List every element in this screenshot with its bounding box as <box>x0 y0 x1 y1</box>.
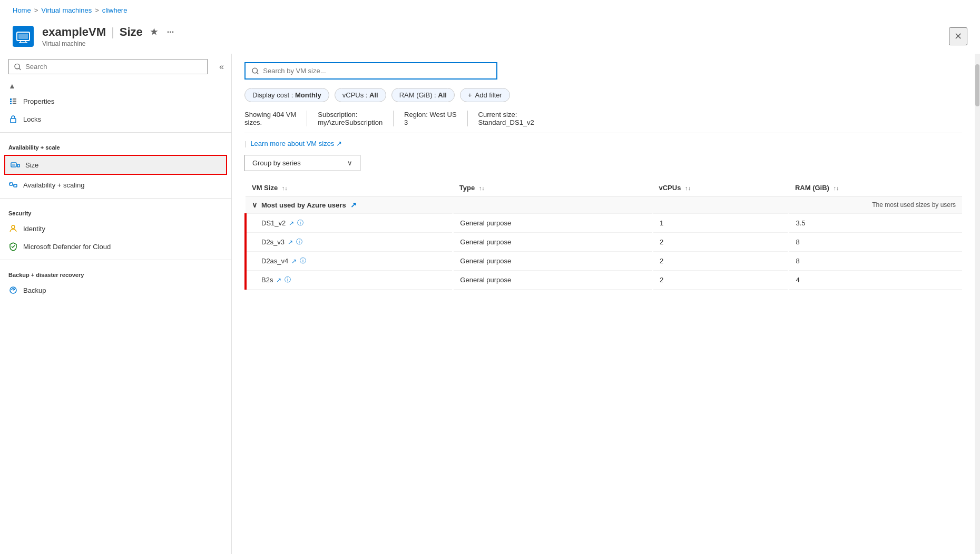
vm-search-box[interactable] <box>244 62 497 80</box>
sidebar-item-backup[interactable]: Backup <box>0 281 231 299</box>
group-label: Most used by Azure users <box>261 201 346 209</box>
svg-rect-13 <box>11 118 16 123</box>
svg-rect-1 <box>18 34 28 39</box>
breadcrumb-resource[interactable]: cliwhere <box>102 6 128 14</box>
display-cost-filter[interactable]: Display cost : Monthly <box>244 88 329 102</box>
vcpus-label: vCPUs : <box>342 91 369 99</box>
table-group-most-used: ∨ Most used by Azure users ↗ The most us… <box>246 196 962 214</box>
display-cost-value: Monthly <box>295 91 321 99</box>
favorite-icon[interactable]: ★ <box>148 25 160 39</box>
group-by-label: Group by series <box>252 159 301 167</box>
col-vm-size[interactable]: VM Size ↑↓ <box>246 180 453 196</box>
group-expand-icon[interactable]: ∨ <box>252 201 257 209</box>
section-security: Security <box>0 203 231 220</box>
subscription-segment: Subscription:myAzureSubscription <box>307 111 394 126</box>
svg-rect-7 <box>10 98 12 100</box>
table-header-row: VM Size ↑↓ Type ↑↓ vCPUs ↑↓ RAM (GiB) ↑↓ <box>246 180 962 196</box>
add-filter-icon: + <box>468 91 472 99</box>
add-filter-button[interactable]: + Add filter <box>460 88 510 102</box>
availability-scaling-icon <box>8 180 18 190</box>
sidebar-item-locks[interactable]: Locks <box>0 110 231 128</box>
svg-line-6 <box>19 68 21 70</box>
locks-icon <box>8 114 18 124</box>
sidebar-collapse-button[interactable]: « <box>216 59 227 75</box>
table-row[interactable]: D2s_v3 ↗ ⓘ General purpose 2 8 <box>246 233 962 252</box>
ram-sort-icon[interactable]: ↑↓ <box>834 185 839 191</box>
svg-rect-16 <box>17 164 19 167</box>
vm-b2s-name: B2s <box>261 276 273 284</box>
sidebar-item-properties[interactable]: Properties <box>0 92 231 110</box>
group-trending-icon: ↗ <box>350 201 357 209</box>
b2s-ram: 4 <box>789 271 962 290</box>
region-segment: Region: West US3 <box>394 111 467 126</box>
d2sv3-info-icon[interactable]: ⓘ <box>296 238 302 246</box>
vcpus-filter[interactable]: vCPUs : All <box>335 88 386 102</box>
d2sv3-trending-icon: ↗ <box>288 239 293 246</box>
breadcrumb-vm[interactable]: Virtual machines <box>41 6 92 14</box>
size-icon <box>11 160 20 170</box>
sidebar-item-identity[interactable]: Identity <box>0 220 231 238</box>
b2s-vcpus: 2 <box>653 271 789 290</box>
header-title-group: exampleVM | Size ★ ··· Virtual machine <box>42 25 176 47</box>
b2s-info-icon[interactable]: ⓘ <box>285 275 291 284</box>
table-row[interactable]: DS1_v2 ↗ ⓘ General purpose 1 3.5 <box>246 214 962 233</box>
section-availability-scale: Availability + scale <box>0 137 231 154</box>
col-vcpus[interactable]: vCPUs ↑↓ <box>653 180 789 196</box>
svg-rect-9 <box>10 103 12 104</box>
properties-icon <box>8 96 18 106</box>
more-options-icon[interactable]: ··· <box>165 25 176 39</box>
svg-rect-12 <box>13 103 16 104</box>
dropdown-arrow-icon: ∨ <box>347 159 352 167</box>
info-bar: Showing 404 VMsizes. Subscription:myAzur… <box>244 111 962 133</box>
learn-more-link[interactable]: Learn more about VM sizes ↗ <box>250 140 342 147</box>
sidebar-item-size[interactable]: Size <box>4 155 227 175</box>
vm-search-input[interactable] <box>263 67 490 75</box>
content-scrollbar[interactable] <box>975 54 980 554</box>
table-row[interactable]: D2as_v4 ↗ ⓘ General purpose 2 8 <box>246 252 962 271</box>
vcpus-sort-icon[interactable]: ↑↓ <box>685 185 691 191</box>
breadcrumb-sep1: > <box>34 6 38 14</box>
close-button[interactable]: ✕ <box>949 27 967 45</box>
filter-row: Display cost : Monthly vCPUs : All RAM (… <box>244 88 962 102</box>
vm-size-sort-icon[interactable]: ↑↓ <box>282 185 288 191</box>
display-cost-label: Display cost : <box>252 91 295 99</box>
backup-label: Backup <box>23 286 46 294</box>
sidebar-item-availability-scaling[interactable]: Availability + scaling <box>0 176 231 194</box>
properties-label: Properties <box>23 97 54 105</box>
size-label: Size <box>25 161 38 169</box>
defender-icon <box>8 242 18 251</box>
svg-line-25 <box>257 72 259 74</box>
d2asv4-vcpus: 2 <box>653 252 789 271</box>
d2asv4-info-icon[interactable]: ⓘ <box>300 256 306 265</box>
identity-icon <box>8 224 18 233</box>
ram-filter[interactable]: RAM (GiB) : All <box>391 88 455 102</box>
locks-label: Locks <box>23 115 41 123</box>
col-type[interactable]: Type ↑↓ <box>453 180 653 196</box>
col-ram[interactable]: RAM (GiB) ↑↓ <box>789 180 962 196</box>
learn-more-external-icon: ↗ <box>336 140 342 147</box>
add-filter-label: Add filter <box>475 91 502 99</box>
scroll-up-icon[interactable]: ▲ <box>8 82 16 90</box>
identity-label: Identity <box>23 225 45 233</box>
ds1v2-info-icon[interactable]: ⓘ <box>297 219 303 227</box>
ds1v2-ram: 3.5 <box>789 214 962 233</box>
breadcrumb-home[interactable]: Home <box>13 6 31 14</box>
group-by-dropdown[interactable]: Group by series ∨ <box>244 155 360 171</box>
d2sv3-type: General purpose <box>453 233 653 252</box>
content-scrollbar-thumb[interactable] <box>975 64 979 106</box>
type-sort-icon[interactable]: ↑↓ <box>479 185 485 191</box>
d2sv3-ram: 8 <box>789 233 962 252</box>
vm-d2sv3-name: D2s_v3 <box>261 238 285 246</box>
b2s-trending-icon: ↗ <box>276 276 281 284</box>
table-row[interactable]: B2s ↗ ⓘ General purpose 2 4 <box>246 271 962 290</box>
d2asv4-trending-icon: ↗ <box>291 258 297 265</box>
d2sv3-vcpus: 2 <box>653 233 789 252</box>
content-panel: Display cost : Monthly vCPUs : All RAM (… <box>232 54 975 554</box>
vm-size-table: VM Size ↑↓ Type ↑↓ vCPUs ↑↓ RAM (GiB) ↑↓ <box>244 180 962 290</box>
vm-name: exampleVM <box>42 25 106 39</box>
sidebar-search-box[interactable] <box>8 59 208 74</box>
ram-value: All <box>438 91 447 99</box>
vm-ds1v2-name: DS1_v2 <box>261 219 286 227</box>
sidebar-item-defender[interactable]: Microsoft Defender for Cloud <box>0 238 231 255</box>
sidebar-search-input[interactable] <box>25 63 202 71</box>
